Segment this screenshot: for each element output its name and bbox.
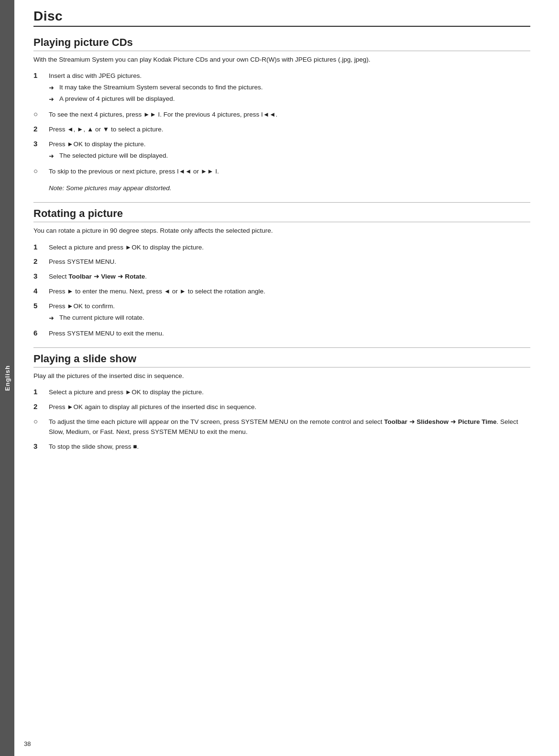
step-text-3-ppc: Press ►OK to display the picture. ➜ The … [49, 140, 530, 162]
note-ppc: Note: Some pictures may appear distorted… [33, 182, 530, 194]
step-2-rot: 2 Press SYSTEM MENU. [33, 257, 530, 267]
step-text-2-rot: Press SYSTEM MENU. [49, 257, 530, 267]
step-2-ss: 2 Press ►OK again to display all picture… [33, 402, 530, 412]
step-num-4-rot: 4 [33, 287, 49, 295]
arrow-text-1a-ppc: It may take the Streamium System several… [59, 83, 263, 92]
step-num-2-rot: 2 [33, 257, 49, 265]
step-text-2-ss: Press ►OK again to display all pictures … [49, 402, 530, 412]
step-1-ppc: 1 Insert a disc with JPEG pictures. ➜ It… [33, 71, 530, 105]
arrow-icon-1a: ➜ [49, 83, 57, 93]
arrow-icon-3a: ➜ [49, 151, 57, 161]
step-num-1-ppc: 1 [33, 71, 49, 79]
page-title: Disc [33, 9, 530, 27]
section-divider-2 [33, 347, 530, 348]
section-title-playing-picture-cds: Playing picture CDs [33, 36, 530, 51]
section-playing-picture-cds: Playing picture CDs With the Streamium S… [33, 36, 530, 194]
circle-step-1-ppc: ○ To see the next 4 pictures, press ►► I… [33, 110, 530, 120]
step-num-2-ss: 2 [33, 402, 49, 410]
step-num-1-ss: 1 [33, 388, 49, 396]
arrow-item-1a-ppc: ➜ It may take the Streamium System sever… [49, 83, 530, 93]
page-number: 38 [24, 740, 31, 747]
section-intro-slide-show: Play all the pictures of the inserted di… [33, 371, 530, 381]
step-num-3-rot: 3 [33, 272, 49, 280]
circle-step-2-ppc: ○ To skip to the previous or next pictur… [33, 167, 530, 177]
arrow-item-1b-ppc: ➜ A preview of 4 pictures will be displa… [49, 94, 530, 104]
circle-icon-ss-1: ○ [33, 417, 49, 425]
step-1-rot: 1 Select a picture and press ►OK to disp… [33, 243, 530, 253]
step-num-2-ppc: 2 [33, 125, 49, 133]
main-content: Disc Playing picture CDs With the Stream… [14, 0, 559, 476]
section-divider-1 [33, 202, 530, 203]
step-num-6-rot: 6 [33, 329, 49, 337]
step-1-ss: 1 Select a picture and press ►OK to disp… [33, 388, 530, 398]
step-6-rot: 6 Press SYSTEM MENU to exit the menu. [33, 329, 530, 339]
step-text-6-rot: Press SYSTEM MENU to exit the menu. [49, 329, 530, 339]
section-rotating: Rotating a picture You can rotate a pict… [33, 207, 530, 339]
section-intro-rotating: You can rotate a picture in 90 degree st… [33, 226, 530, 236]
step-text-3-ss: To stop the slide show, press ■. [49, 442, 530, 452]
section-slide-show: Playing a slide show Play all the pictur… [33, 353, 530, 452]
arrow-icon-1b: ➜ [49, 94, 57, 104]
arrow-text-1b-ppc: A preview of 4 pictures will be displaye… [59, 94, 175, 104]
step-text-5-rot: Press ►OK to confirm. ➜ The current pict… [49, 302, 530, 324]
step-3-ss: 3 To stop the slide show, press ■. [33, 442, 530, 452]
circle-icon-1: ○ [33, 110, 49, 118]
note-text-ppc: Note: Some pictures may appear distorted… [49, 184, 172, 192]
circle-text-2-ppc: To skip to the previous or next picture,… [49, 167, 530, 177]
circle-step-1-ss: ○ To adjust the time each picture will a… [33, 417, 530, 437]
arrow-icon-5a: ➜ [49, 313, 57, 323]
step-num-3-ppc: 3 [33, 140, 49, 148]
step-text-1-ppc: Insert a disc with JPEG pictures. ➜ It m… [49, 71, 530, 105]
step-text-1-rot: Select a picture and press ►OK to displa… [49, 243, 530, 253]
step-text-1-ss: Select a picture and press ►OK to displa… [49, 388, 530, 398]
arrow-text-3a-ppc: The selected picture will be displayed. [59, 151, 168, 161]
step-2-ppc: 2 Press ◄, ►, ▲ or ▼ to select a picture… [33, 125, 530, 135]
step-5-rot: 5 Press ►OK to confirm. ➜ The current pi… [33, 302, 530, 324]
circle-text-1-ppc: To see the next 4 pictures, press ►► I. … [49, 110, 530, 120]
step-num-1-rot: 1 [33, 243, 49, 251]
step-3-rot: 3 Select Toolbar ➜ View ➜ Rotate. [33, 272, 530, 282]
step-text-2-ppc: Press ◄, ►, ▲ or ▼ to select a picture. [49, 125, 530, 135]
arrow-text-5a-rot: The current picture will rotate. [59, 313, 144, 323]
arrow-item-3a-ppc: ➜ The selected picture will be displayed… [49, 151, 530, 161]
section-title-slide-show: Playing a slide show [33, 353, 530, 367]
arrow-item-5a-rot: ➜ The current picture will rotate. [49, 313, 530, 323]
step-num-5-rot: 5 [33, 302, 49, 310]
step-text-3-rot: Select Toolbar ➜ View ➜ Rotate. [49, 272, 530, 282]
step-num-3-ss: 3 [33, 442, 49, 450]
sidebar-language-label: English [4, 365, 11, 391]
step-text-4-rot: Press ► to enter the menu. Next, press ◄… [49, 287, 530, 297]
step-4-rot: 4 Press ► to enter the menu. Next, press… [33, 287, 530, 297]
sidebar: English [0, 0, 14, 756]
circle-text-1-ss: To adjust the time each picture will app… [49, 417, 530, 437]
section-title-rotating: Rotating a picture [33, 207, 530, 222]
circle-icon-2: ○ [33, 167, 49, 175]
section-intro-playing-picture-cds: With the Streamium System you can play K… [33, 55, 530, 65]
step-3-ppc: 3 Press ►OK to display the picture. ➜ Th… [33, 140, 530, 162]
